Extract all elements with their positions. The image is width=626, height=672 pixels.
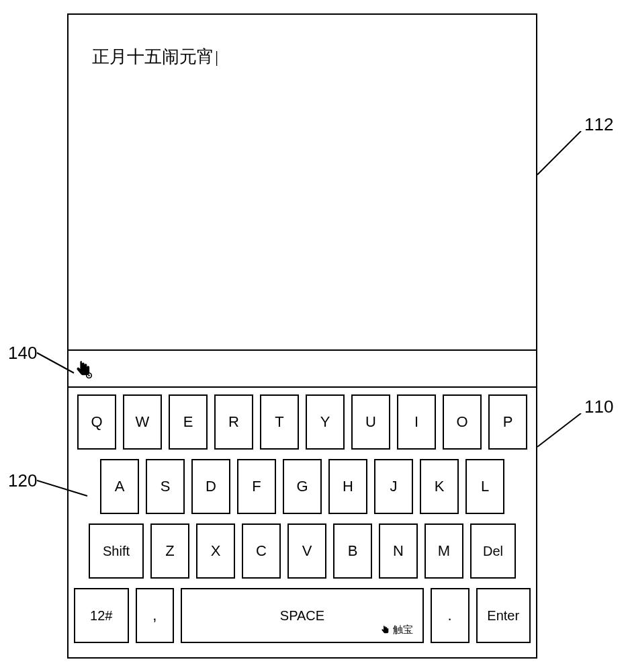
key-r[interactable]: R xyxy=(214,394,253,450)
key-del[interactable]: Del xyxy=(470,523,516,579)
key-v[interactable]: V xyxy=(287,523,326,579)
key-e[interactable]: E xyxy=(169,394,208,450)
keyboard-row-3: Shift Z X C V B N M Del xyxy=(74,523,531,579)
leader-110 xyxy=(537,413,588,450)
key-u[interactable]: U xyxy=(351,394,390,450)
typed-text: 正月十五闹元宵 xyxy=(92,47,218,67)
svg-point-1 xyxy=(88,374,90,376)
keyboard-row-4: 12# , SPACE 触宝 . Enter xyxy=(74,588,531,643)
key-n[interactable]: N xyxy=(379,523,418,579)
space-brand-text: 触宝 xyxy=(393,624,413,636)
key-shift[interactable]: Shift xyxy=(89,523,144,579)
key-space[interactable]: SPACE 触宝 xyxy=(181,588,424,643)
space-label: SPACE xyxy=(280,608,324,624)
callout-110: 110 xyxy=(584,396,613,417)
space-brand: 触宝 xyxy=(380,624,413,636)
key-dot[interactable]: . xyxy=(431,588,470,643)
key-a[interactable]: A xyxy=(100,459,139,514)
key-l[interactable]: L xyxy=(465,459,504,514)
key-c[interactable]: C xyxy=(242,523,281,579)
key-p[interactable]: P xyxy=(488,394,527,450)
touchpal-small-icon xyxy=(380,625,391,636)
key-o[interactable]: O xyxy=(443,394,482,450)
key-enter[interactable]: Enter xyxy=(476,588,531,643)
key-h[interactable]: H xyxy=(328,459,367,514)
text-input-area[interactable]: 正月十五闹元宵 xyxy=(69,15,536,351)
callout-140: 140 xyxy=(8,343,37,364)
callout-112: 112 xyxy=(584,114,613,135)
touchpal-logo-icon[interactable] xyxy=(74,358,94,380)
key-t[interactable]: T xyxy=(260,394,299,450)
svg-line-2 xyxy=(537,131,581,175)
keyboard-row-1: Q W E R T Y U I O P xyxy=(74,394,531,450)
key-f[interactable]: F xyxy=(237,459,276,514)
keyboard: Q W E R T Y U I O P A S D F G H J K L Sh… xyxy=(69,388,536,650)
key-w[interactable]: W xyxy=(123,394,162,450)
device-frame: 正月十五闹元宵 Q W E R T Y U I O P A S D F xyxy=(67,13,537,659)
key-y[interactable]: Y xyxy=(306,394,345,450)
keyboard-row-2: A S D F G H J K L xyxy=(74,459,531,514)
key-x[interactable]: X xyxy=(196,523,235,579)
leader-112 xyxy=(537,131,588,178)
key-i[interactable]: I xyxy=(397,394,436,450)
key-b[interactable]: B xyxy=(333,523,372,579)
callout-120: 120 xyxy=(8,470,37,491)
svg-line-3 xyxy=(537,413,581,447)
key-z[interactable]: Z xyxy=(150,523,189,579)
key-s[interactable]: S xyxy=(146,459,185,514)
key-d[interactable]: D xyxy=(191,459,230,514)
key-q[interactable]: Q xyxy=(77,394,116,450)
key-m[interactable]: M xyxy=(424,523,463,579)
key-k[interactable]: K xyxy=(420,459,459,514)
key-j[interactable]: J xyxy=(374,459,413,514)
key-numsym[interactable]: 12# xyxy=(74,588,129,643)
key-g[interactable]: G xyxy=(283,459,322,514)
key-comma[interactable]: , xyxy=(136,588,175,643)
suggestion-bar xyxy=(69,351,536,388)
